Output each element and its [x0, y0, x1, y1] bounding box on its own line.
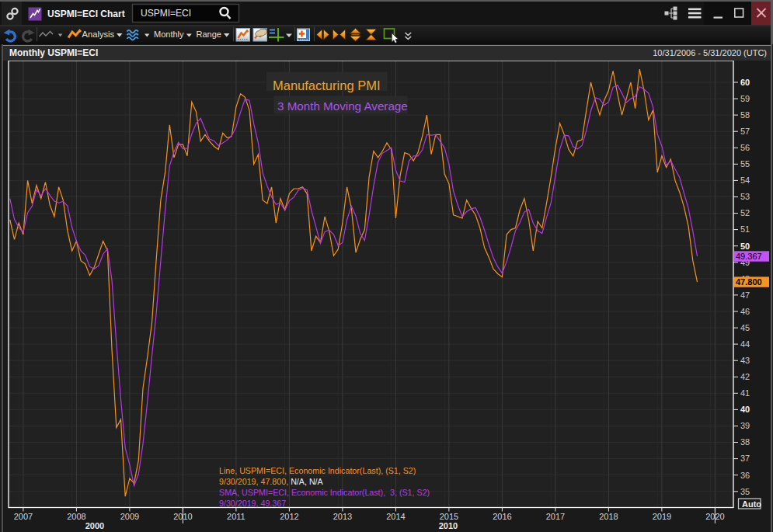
svg-text:Range: Range	[197, 30, 221, 39]
svg-text:USPMI=ECI Chart: USPMI=ECI Chart	[47, 9, 125, 19]
svg-text:2016: 2016	[493, 512, 511, 521]
svg-text:Manufacturing PMI: Manufacturing PMI	[273, 78, 380, 92]
svg-text:2013: 2013	[333, 512, 352, 521]
svg-text:47.800: 47.800	[736, 277, 762, 287]
svg-text:Line, USPMI=ECI, Economic Indi: Line, USPMI=ECI, Economic Indicator(Last…	[219, 466, 416, 475]
svg-text:41: 41	[740, 388, 750, 398]
svg-text:39: 39	[740, 421, 750, 430]
svg-text:46: 46	[740, 307, 750, 316]
svg-text:2012: 2012	[280, 512, 298, 521]
svg-text:2014: 2014	[386, 512, 405, 521]
svg-text:Analysis: Analysis	[82, 30, 115, 39]
svg-text:SMA, USPMI=ECI, Economic Indic: SMA, USPMI=ECI, Economic Indicator(Last)…	[219, 488, 430, 497]
svg-text:3 Month Moving Average: 3 Month Moving Average	[277, 99, 408, 113]
svg-text:2009: 2009	[120, 512, 139, 521]
svg-text:57: 57	[740, 127, 750, 136]
svg-text:38: 38	[740, 437, 750, 447]
svg-text:USPMI=ECI: USPMI=ECI	[141, 8, 191, 19]
svg-text:49.367: 49.367	[736, 252, 762, 261]
svg-text:36: 36	[740, 471, 750, 480]
svg-text:2018: 2018	[599, 512, 618, 521]
svg-text:58: 58	[740, 110, 750, 120]
svg-text:Monthly: Monthly	[154, 30, 184, 39]
svg-text:Auto: Auto	[742, 499, 761, 509]
svg-text:2017: 2017	[546, 512, 565, 521]
svg-text:59: 59	[740, 94, 750, 103]
svg-text:55: 55	[740, 159, 750, 169]
svg-text:44: 44	[740, 339, 750, 349]
svg-text:2011: 2011	[227, 512, 245, 521]
svg-text:2008: 2008	[67, 512, 85, 521]
svg-text:2007: 2007	[14, 512, 33, 521]
svg-text:37: 37	[740, 454, 750, 463]
svg-text:35: 35	[740, 487, 750, 496]
svg-text:51: 51	[740, 224, 750, 234]
svg-text:40: 40	[740, 405, 750, 414]
svg-text:53: 53	[740, 192, 750, 201]
svg-text:2015: 2015	[440, 512, 458, 521]
svg-text:2019: 2019	[653, 512, 671, 521]
svg-text:43: 43	[740, 356, 750, 365]
svg-text:52: 52	[740, 208, 750, 217]
svg-text:9/30/2019, 47.800, N/A, N/A: 9/30/2019, 47.800, N/A, N/A	[219, 477, 324, 486]
svg-text:45: 45	[740, 323, 750, 332]
svg-text:47: 47	[740, 290, 750, 300]
svg-text:42: 42	[740, 372, 750, 381]
svg-text:2000: 2000	[85, 521, 104, 530]
svg-text:2010: 2010	[439, 521, 458, 530]
svg-text:50: 50	[740, 242, 750, 251]
svg-text:54: 54	[740, 176, 750, 185]
svg-text:60: 60	[740, 78, 750, 87]
svg-text:9/30/2019, 49.367: 9/30/2019, 49.367	[219, 499, 286, 508]
svg-text:56: 56	[740, 143, 750, 152]
